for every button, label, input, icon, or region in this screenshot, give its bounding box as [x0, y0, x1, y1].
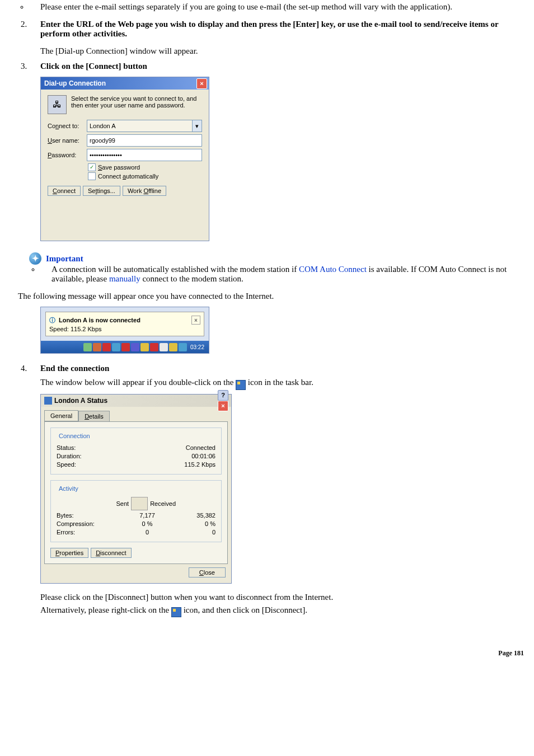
disconnect-instruction: Please click on the [Disconnect] button …: [40, 593, 527, 602]
connected-message-intro: The following message will appear once y…: [18, 292, 527, 301]
close-icon[interactable]: ×: [196, 78, 207, 89]
tray-icon[interactable]: [169, 343, 177, 351]
tab-details[interactable]: Details: [78, 411, 110, 422]
important-label: Important: [46, 254, 83, 264]
label-compression: Compression:: [57, 520, 124, 527]
bullet-email-settings: Please enter the e-mail settings separat…: [29, 2, 527, 12]
value-status: Connected: [186, 444, 216, 451]
dialup-titlebar: Dial-up Connection ×: [41, 77, 209, 90]
tray-icon[interactable]: [160, 343, 168, 351]
label-username: User name:: [48, 137, 87, 144]
globe-modem-icon: 🖧: [48, 95, 67, 114]
manually-link[interactable]: manually: [109, 274, 140, 283]
value-err-received: 0: [171, 529, 216, 536]
close-icon[interactable]: ×: [218, 401, 228, 411]
com-auto-connect-link[interactable]: COM Auto Connect: [299, 265, 367, 274]
label-errors: Errors:: [57, 529, 124, 536]
value-comp-received: 0 %: [171, 520, 216, 527]
info-icon: ⓘ: [49, 316, 55, 325]
connect-auto-label: Connect automatically: [98, 173, 158, 180]
label-received: Received: [150, 500, 176, 507]
tray-icon[interactable]: [131, 343, 139, 351]
connection-icon: [44, 397, 52, 405]
tab-general[interactable]: General: [44, 410, 78, 421]
step-2-note: The [Dial-up Connection] window will app…: [40, 46, 527, 56]
tray-notification: ⓘ London A is now connected × Speed: 115…: [40, 307, 209, 354]
value-err-sent: 0: [124, 529, 171, 536]
tray-icon[interactable]: [150, 343, 158, 351]
balloon-close-icon[interactable]: ×: [191, 316, 200, 325]
save-password-checkbox[interactable]: ✓: [88, 163, 96, 171]
step-3-title: Click on the [Connect] button: [40, 62, 147, 71]
tray-icon[interactable]: [179, 343, 187, 351]
properties-button[interactable]: Properties: [50, 548, 88, 558]
username-input[interactable]: rgoody99: [87, 134, 202, 147]
tray-icon[interactable]: [102, 343, 111, 351]
connect-button[interactable]: Connect: [48, 186, 81, 196]
page-footer: Page 181: [7, 649, 527, 658]
settings-button[interactable]: Settings...: [83, 186, 120, 196]
value-bytes-sent: 7,177: [124, 512, 171, 519]
status-dialog: London A Status ? × General Details Conn…: [40, 394, 232, 584]
label-sent: Sent: [116, 500, 129, 507]
legend-activity: Activity: [57, 485, 81, 492]
step-4: End the connection The window below will…: [29, 364, 527, 388]
label-status: Status:: [57, 444, 76, 451]
label-duration: Duration:: [57, 453, 82, 459]
help-icon[interactable]: ?: [218, 390, 228, 401]
tray-icon[interactable]: [140, 343, 149, 351]
connection-tray-icon: [236, 380, 246, 390]
password-input[interactable]: •••••••••••••••: [87, 149, 202, 161]
connection-tray-icon: [171, 607, 181, 617]
tray-icon[interactable]: [83, 343, 92, 351]
step-4-text: The window below will appear if you doub…: [40, 378, 527, 388]
disconnect-button[interactable]: Disconnect: [91, 548, 131, 558]
tray-icon[interactable]: [112, 343, 120, 351]
system-tray: 03:22: [41, 341, 209, 353]
dialup-title: Dial-up Connection: [44, 79, 106, 87]
value-duration: 00:01:06: [191, 453, 216, 459]
label-bytes: Bytes:: [57, 512, 124, 519]
step-4-title: End the connection: [40, 364, 109, 373]
value-bytes-received: 35,382: [171, 512, 216, 519]
value-speed: 115.2 Kbps: [184, 461, 216, 468]
tray-clock: 03:22: [188, 344, 207, 350]
dialup-dialog: Dial-up Connection × 🖧 Select the servic…: [40, 77, 209, 241]
connect-to-select[interactable]: London A: [87, 120, 193, 132]
chevron-down-icon[interactable]: ▾: [193, 120, 202, 132]
legend-connection: Connection: [57, 433, 92, 439]
alternative-instruction: Alternatively, please right-click on the…: [40, 605, 527, 616]
important-icon: ✦: [29, 252, 41, 265]
label-speed: Speed:: [57, 461, 76, 468]
tray-icon[interactable]: [121, 343, 130, 351]
close-button[interactable]: Close: [189, 567, 226, 577]
work-offline-button[interactable]: Work Offline: [123, 186, 166, 196]
status-title: London A Status: [54, 397, 107, 405]
step-3: Click on the [Connect] button: [29, 62, 527, 71]
step-2-title: Enter the URL of the Web page you wish t…: [40, 20, 498, 38]
important-note: A connection will be automatically estab…: [40, 265, 527, 284]
tray-icon[interactable]: [93, 343, 101, 351]
balloon-speed: Speed: 115.2 Kbps: [49, 326, 200, 332]
value-comp-sent: 0 %: [124, 520, 171, 527]
step-2: Enter the URL of the Web page you wish t…: [29, 20, 527, 56]
label-connect-to: Connect to:: [48, 123, 87, 129]
save-password-label: Save password: [98, 164, 140, 171]
label-password: Password:: [48, 152, 87, 158]
dialup-intro: Select the service you want to connect t…: [71, 95, 202, 114]
balloon-title: London A is now connected: [59, 317, 140, 323]
balloon: ⓘ London A is now connected × Speed: 115…: [45, 312, 204, 336]
connect-auto-checkbox[interactable]: [88, 172, 96, 180]
activity-icon: [131, 497, 148, 510]
